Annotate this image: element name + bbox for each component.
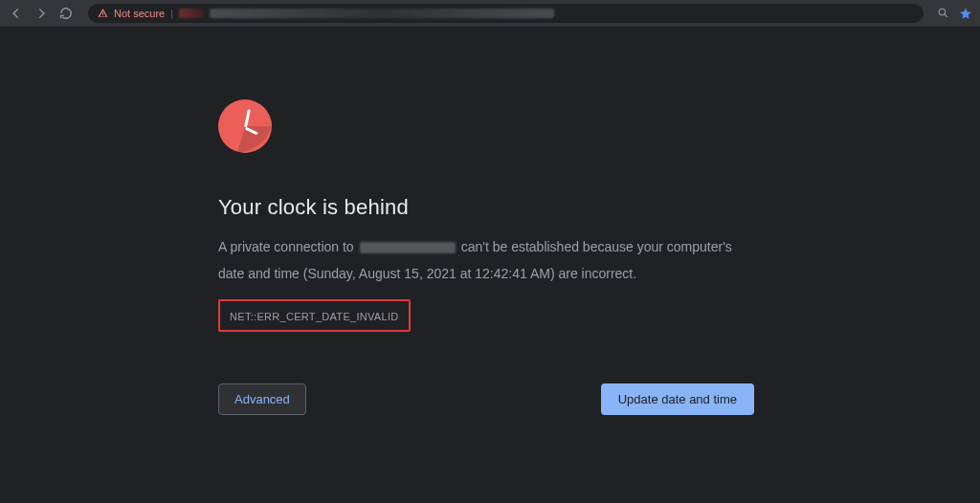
update-date-time-button[interactable]: Update date and time [601,383,754,415]
warning-icon [98,8,108,18]
separator: | [170,8,173,19]
url-scheme-redacted [179,9,204,18]
error-code: NET::ERR_CERT_DATE_INVALID [230,311,399,322]
bookmark-star-icon[interactable] [959,7,972,20]
browser-toolbar: Not secure | [0,0,980,27]
error-body-suffix-2: date and time (Sunday, August 15, 2021 a… [218,264,636,285]
error-heading: Your clock is behind [218,195,754,220]
zoom-icon[interactable] [937,7,949,19]
address-bar[interactable]: Not secure | [88,4,924,23]
error-body-line2: date and time (Sunday, August 15, 2021 a… [218,264,754,285]
error-body-suffix-1: can't be established because your comput… [461,237,732,258]
error-interstitial: Your clock is behind A private connectio… [218,99,754,415]
back-button[interactable] [8,5,25,22]
advanced-button[interactable]: Advanced [218,383,306,415]
url-redacted [210,9,554,18]
button-row: Advanced Update date and time [218,383,754,415]
error-body-prefix: A private connection to [218,237,354,258]
error-code-highlight: NET::ERR_CERT_DATE_INVALID [218,299,411,332]
forward-button[interactable] [33,5,50,22]
svg-point-0 [939,9,946,15]
domain-redacted [360,242,456,253]
not-secure-label: Not secure [114,8,165,19]
clock-icon [218,99,272,153]
reload-button[interactable] [57,5,75,22]
error-body: A private connection to can't be establi… [218,237,754,258]
toolbar-right [937,7,972,20]
